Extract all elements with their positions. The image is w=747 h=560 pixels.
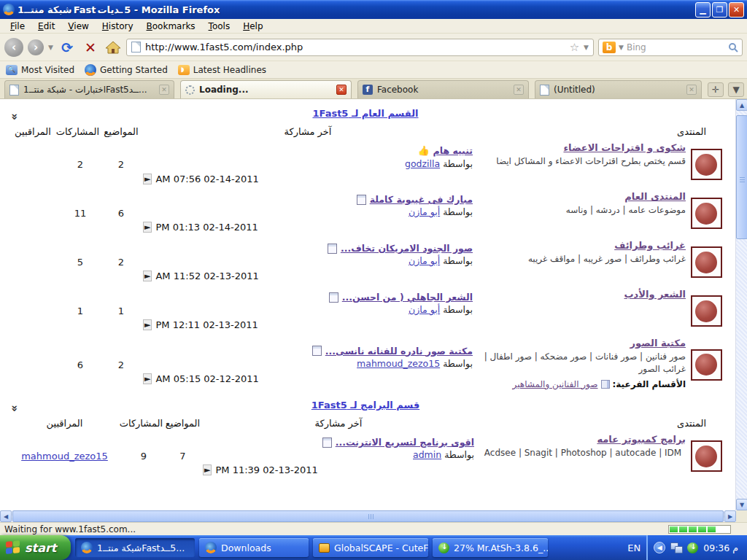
forum-status-icon bbox=[691, 198, 722, 229]
bookmark-latest-headlines[interactable]: Latest Headlines bbox=[178, 65, 266, 75]
forum-link[interactable]: شكوى و اقتراحات الاعضاء bbox=[563, 142, 686, 153]
goto-lastpost-icon[interactable]: ► bbox=[143, 319, 152, 330]
tab-close-icon[interactable]: ✕ bbox=[686, 85, 697, 95]
moderator-link[interactable]: mahmoud_zezo15 bbox=[21, 451, 108, 462]
scroll-up-icon[interactable]: ▲ bbox=[736, 99, 747, 111]
section-general: « القسم العام لـ 1Fast5 المنتدى آخر مشار… bbox=[4, 108, 727, 394]
forum-link[interactable]: برامج كمبيوتر عامه bbox=[597, 434, 686, 445]
tab-close-icon[interactable]: ✕ bbox=[514, 85, 524, 95]
taskbar-button-firefox[interactable]: شبكة منتــ1Fastــد5... bbox=[75, 538, 195, 557]
lastpost-topic-link[interactable]: تنبيه هام bbox=[433, 145, 473, 156]
close-button[interactable]: ✕ bbox=[729, 2, 744, 18]
bookmark-most-visited[interactable]: Most Visited bbox=[6, 65, 74, 75]
new-tab-button[interactable]: ✛ bbox=[708, 82, 724, 97]
window-title-part: 5 - Mozilla Firefox bbox=[124, 4, 220, 15]
subforum-link[interactable]: صور الفنانين والمشاهير bbox=[513, 379, 598, 389]
horizontal-scrollbar[interactable]: ◀ ▶ bbox=[0, 510, 747, 522]
lastpost-topic-link[interactable]: الشعر الجاهلي ( من احسن... bbox=[342, 292, 473, 303]
goto-lastpost-icon[interactable]: ► bbox=[143, 174, 152, 184]
bookmark-star-icon[interactable]: ☆ bbox=[570, 41, 579, 54]
poster-link[interactable]: admin bbox=[413, 449, 441, 460]
goto-lastpost-icon[interactable]: ► bbox=[203, 464, 212, 475]
goto-lastpost-icon[interactable]: ► bbox=[143, 373, 152, 384]
tab-label-part: Fast5 bbox=[106, 85, 129, 95]
forward-button[interactable]: › bbox=[28, 39, 44, 55]
forum-link[interactable]: مكتبة الصور bbox=[630, 338, 686, 349]
scroll-right-icon[interactable]: ▶ bbox=[724, 510, 736, 522]
forum-link[interactable]: المنتدى العام bbox=[624, 191, 686, 202]
url-bar[interactable]: http://www.1fast5.com/index.php ☆ ▼ bbox=[126, 39, 594, 56]
menu-tools[interactable]: Tools bbox=[203, 20, 236, 33]
status-text: Waiting for www.1fast5.com... bbox=[4, 524, 136, 534]
header-lastpost: آخر مشاركة bbox=[143, 126, 473, 137]
back-button[interactable]: ‹ bbox=[4, 38, 23, 57]
goto-lastpost-icon[interactable]: ► bbox=[143, 222, 152, 233]
search-magnifier-icon[interactable] bbox=[728, 42, 738, 52]
topics-count: 6 bbox=[99, 191, 143, 236]
search-engine-caret[interactable]: ▼ bbox=[619, 44, 624, 51]
goto-lastpost-icon[interactable]: ► bbox=[143, 271, 152, 281]
section-title-link[interactable]: قسم البرامج لـ 1Fast5 bbox=[311, 400, 419, 411]
poster-link[interactable]: أبو مازن bbox=[409, 255, 440, 266]
tab-loading[interactable]: Loading... ✕ bbox=[180, 80, 352, 98]
lastpost-topic-link[interactable]: مبارك فى غيبوبة كاملة bbox=[370, 194, 473, 205]
taskbar-button-download-27[interactable]: 27% Mr.AtSh-3.8.6_... bbox=[433, 538, 548, 557]
tab-close-icon[interactable]: ✕ bbox=[336, 85, 347, 95]
search-input[interactable]: Bing bbox=[627, 42, 725, 52]
network-tray-icon[interactable] bbox=[670, 542, 682, 553]
menu-view[interactable]: View bbox=[62, 20, 94, 33]
tab-close-icon[interactable]: ✕ bbox=[159, 85, 169, 95]
section-title-link[interactable]: القسم العام لـ 1Fast5 bbox=[312, 108, 418, 119]
menu-bookmarks[interactable]: Bookmarks bbox=[141, 20, 201, 33]
search-bar[interactable]: b ▼ Bing bbox=[598, 39, 743, 56]
header-topics: المواضيع bbox=[99, 126, 143, 137]
bookmark-getting-started[interactable]: Getting Started bbox=[85, 64, 168, 76]
menu-edit[interactable]: Edit bbox=[32, 20, 61, 33]
tray-collapse-icon[interactable]: ◀ bbox=[654, 542, 665, 553]
tab-list-caret[interactable]: ▼ bbox=[728, 82, 744, 97]
tab-facebook[interactable]: f Facebook ✕ bbox=[357, 80, 529, 98]
scrollbar-thumb[interactable] bbox=[736, 115, 747, 239]
url-dropdown-caret[interactable]: ▼ bbox=[584, 44, 589, 51]
lastpost-topic-link[interactable]: اقوى برنامج لتسريع الانترنت... bbox=[336, 437, 474, 448]
url-input[interactable]: http://www.1fast5.com/index.php bbox=[145, 42, 565, 52]
tab-label-part: - bbox=[69, 85, 72, 95]
poster-link[interactable]: godzilla bbox=[405, 158, 440, 169]
history-dropdown-caret[interactable]: ▼ bbox=[48, 44, 53, 51]
task-label-part: 5... bbox=[170, 542, 185, 553]
forum-row: شكوى و اقتراحات الاعضاء قسم يختص بطرح اق… bbox=[4, 140, 727, 189]
lastpost-topic-link[interactable]: مكتبة صور نادره للفنانه نانسى... bbox=[325, 346, 473, 357]
menu-history[interactable]: History bbox=[96, 20, 139, 33]
tab-untitled[interactable]: (Untitled) ✕ bbox=[535, 80, 702, 98]
menu-help[interactable]: Help bbox=[237, 20, 268, 33]
poster-link[interactable]: mahmoud_zezo15 bbox=[357, 358, 440, 369]
home-icon[interactable] bbox=[104, 40, 122, 55]
language-indicator[interactable]: EN bbox=[622, 542, 646, 553]
scrollbar-thumb[interactable] bbox=[12, 510, 724, 522]
tab-label-part: ... bbox=[139, 85, 147, 95]
idm-tray-icon[interactable] bbox=[687, 542, 698, 553]
scroll-left-icon[interactable]: ◀ bbox=[0, 510, 12, 522]
tab-forum[interactable]: شبكة منتــ1 - اختباراتFast5ــد... ✕ bbox=[4, 80, 174, 98]
forum-link[interactable]: غرائب وطرائف bbox=[614, 240, 686, 251]
taskbar-button-downloads[interactable]: Downloads bbox=[199, 538, 309, 557]
vertical-scrollbar[interactable]: ▲ ▼ bbox=[735, 99, 747, 510]
scrollbar-track[interactable] bbox=[736, 111, 747, 499]
poster-link[interactable]: أبو مازن bbox=[409, 304, 440, 315]
menu-file[interactable]: File bbox=[4, 20, 31, 33]
collapse-section-icon[interactable]: « bbox=[8, 405, 21, 411]
posts-count: 5 bbox=[61, 240, 99, 284]
lastpost-topic-link[interactable]: صور الجنود الامريكان تخاف... bbox=[341, 243, 473, 254]
reload-button[interactable]: ⟳ bbox=[58, 39, 77, 55]
lastpost-date: PM 12:11 02-13-2011 bbox=[155, 319, 258, 330]
forum-status-icon bbox=[691, 440, 722, 472]
scroll-down-icon[interactable]: ▼ bbox=[736, 499, 747, 510]
maximize-button[interactable]: ❐ bbox=[712, 2, 727, 18]
poster-link[interactable]: أبو مازن bbox=[409, 206, 440, 217]
collapse-section-icon[interactable]: « bbox=[8, 113, 21, 119]
minimize-button[interactable]: ▁ bbox=[695, 2, 711, 18]
stop-button[interactable]: ✕ bbox=[81, 39, 100, 55]
start-button[interactable]: start bbox=[0, 535, 71, 560]
forum-link[interactable]: الشعر والأدب bbox=[624, 289, 686, 300]
taskbar-button-cuteftp[interactable]: GlobalSCAPE - CuteF... bbox=[313, 538, 428, 557]
